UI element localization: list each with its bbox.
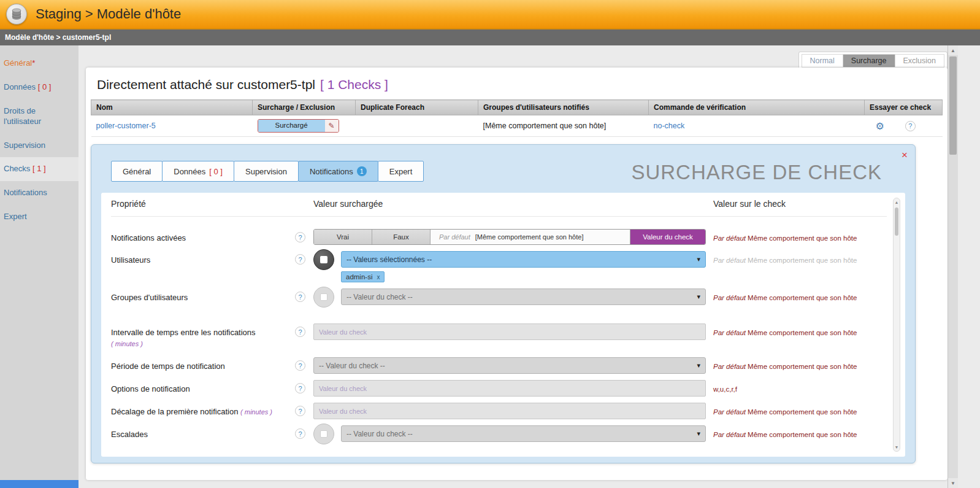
checks-count: [ 1 ] bbox=[33, 164, 46, 173]
mode-button-surcharge[interactable]: Surcharge bbox=[843, 54, 895, 68]
check-value: Par défautMême comportement que son hôte bbox=[706, 357, 887, 370]
help-icon[interactable]: ? bbox=[295, 327, 305, 337]
remove-tag-icon[interactable]: x bbox=[377, 274, 380, 281]
scroll-up-icon[interactable]: ▲ bbox=[948, 45, 958, 55]
override-toggle[interactable] bbox=[313, 249, 334, 270]
close-icon[interactable]: × bbox=[902, 150, 908, 160]
commande-link[interactable]: no-check bbox=[654, 122, 685, 130]
surcharge-state-label: Surchargé bbox=[258, 120, 325, 132]
sidebar-item-notifications[interactable]: Notifications bbox=[0, 181, 78, 205]
surcharge-state-button[interactable]: Surchargé ✎ bbox=[258, 119, 339, 133]
intervalle-input[interactable] bbox=[313, 323, 706, 340]
page-title: Staging > Modèle d'hôte bbox=[36, 6, 181, 22]
notifications-enabled-segmented: Vrai Faux Par défaut [Même comportement … bbox=[313, 229, 706, 245]
decalage-input[interactable] bbox=[313, 403, 706, 419]
check-value: Par défautMême comportement que son hôte bbox=[706, 289, 887, 301]
override-toggle[interactable] bbox=[313, 424, 334, 444]
utilisateurs-select[interactable]: -- Valeurs sélectionnées -- ▾ bbox=[341, 251, 706, 268]
mode-button-normal[interactable]: Normal bbox=[802, 54, 843, 68]
scroll-up-icon[interactable]: ▲ bbox=[895, 198, 899, 206]
help-icon[interactable]: ? bbox=[295, 360, 305, 371]
option-vrai[interactable]: Vrai bbox=[314, 230, 372, 244]
help-icon[interactable]: ? bbox=[295, 383, 305, 393]
col-header-commande: Commande de vérification bbox=[649, 100, 865, 115]
option-par-defaut[interactable]: Par défaut [Même comportement que son hô… bbox=[431, 230, 630, 244]
essayer-cell: ⚙ ? bbox=[870, 120, 938, 132]
col-valeur-surchargee: Valeur surchargée bbox=[313, 199, 706, 209]
check-value: Par défautMême comportement que son hôte bbox=[706, 323, 887, 336]
field-label: Utilisateurs bbox=[111, 251, 295, 266]
unit-hint: ( minutes ) bbox=[111, 340, 143, 347]
table-header-row: Nom Surcharge / Exclusion Duplicate Fore… bbox=[91, 100, 943, 115]
surcharge-overlay: × Général Données[ 0 ] Supervision bbox=[91, 144, 916, 463]
tab-donnees[interactable]: Données[ 0 ] bbox=[162, 161, 234, 182]
mode-button-exclusion[interactable]: Exclusion bbox=[895, 54, 945, 68]
col-header-groupes: Groupes d'utilisateurs notifiés bbox=[478, 100, 649, 115]
donnees-count: [ 0 ] bbox=[38, 82, 52, 91]
tab-general[interactable]: Général bbox=[111, 161, 163, 182]
help-icon[interactable]: ? bbox=[295, 232, 305, 242]
field-label: Groupes d'utilisateurs bbox=[111, 289, 295, 303]
scroll-down-icon[interactable]: ▼ bbox=[948, 478, 958, 488]
overlay-header: Général Données[ 0 ] Supervision Notific… bbox=[101, 161, 905, 184]
form-columns-header: Propriété Valeur surchargée Valeur sur l… bbox=[111, 199, 887, 217]
periode-select[interactable]: -- Valeur du check -- ▾ bbox=[313, 357, 706, 374]
groupes-cell: [Même comportement que son hôte] bbox=[478, 115, 649, 137]
table-row: poller-customer-5 Surchargé ✎ [Même comp… bbox=[91, 115, 943, 137]
check-value: w,u,c,r,f bbox=[706, 380, 887, 393]
field-label: Notifications activées bbox=[111, 229, 295, 244]
breadcrumb: Modèle d'hôte > customer5-tpl bbox=[0, 29, 980, 45]
sidebar: Général* Données [ 0 ] Droits de l'utili… bbox=[0, 45, 78, 488]
sidebar-item-expert[interactable]: Expert bbox=[0, 205, 78, 229]
tab-notifications[interactable]: Notifications1 bbox=[298, 161, 378, 182]
chevron-down-icon: ▾ bbox=[697, 255, 700, 263]
option-valeur-du-check[interactable]: Valeur du check bbox=[630, 230, 705, 244]
required-mark: * bbox=[32, 58, 35, 68]
page-scrollbar[interactable]: ▲ ▼ bbox=[947, 45, 958, 488]
field-label: Escalades bbox=[111, 425, 295, 440]
overlay-tabs: Général Données[ 0 ] Supervision Notific… bbox=[111, 161, 424, 182]
tab-supervision[interactable]: Supervision bbox=[234, 161, 299, 182]
options-input[interactable] bbox=[313, 380, 706, 397]
sidebar-item-donnees[interactable]: Données [ 0 ] bbox=[0, 76, 78, 99]
tab-expert[interactable]: Expert bbox=[378, 161, 424, 182]
checks-panel-title: Directement attaché sur customer5-tpl[ 1… bbox=[86, 68, 947, 99]
overlay-scrollbar[interactable]: ▲ ▼ bbox=[893, 198, 900, 452]
check-value: Par défautMême comportement que son hôte bbox=[706, 229, 887, 242]
help-icon[interactable]: ? bbox=[295, 406, 305, 416]
row-notifications-activees: Notifications activées ? Vrai Faux Par d… bbox=[111, 229, 887, 245]
sidebar-item-droits[interactable]: Droits de l'utilisateur bbox=[0, 99, 78, 134]
page-scrollbar-thumb[interactable] bbox=[949, 56, 957, 155]
overlay-scrollbar-thumb[interactable] bbox=[895, 207, 898, 236]
gear-icon[interactable]: ⚙ bbox=[876, 120, 884, 132]
row-groupes-utilisateurs: Groupes d'utilisateurs ? -- Valeur du ch… bbox=[111, 289, 887, 308]
edit-brush-icon[interactable]: ✎ bbox=[325, 120, 339, 132]
row-utilisateurs: Utilisateurs ? -- Valeurs sélectionnées … bbox=[111, 251, 887, 282]
selected-user-tag: admin-si x bbox=[341, 271, 385, 282]
escalades-select[interactable]: -- Valeur du check -- ▾ bbox=[341, 425, 706, 442]
main-layout: Général* Données [ 0 ] Droits de l'utili… bbox=[0, 45, 980, 488]
footer-strip bbox=[0, 480, 78, 488]
sidebar-item-general[interactable]: Général* bbox=[0, 52, 78, 76]
sidebar-item-supervision[interactable]: Supervision bbox=[0, 134, 78, 158]
sidebar-item-checks[interactable]: Checks [ 1 ] bbox=[0, 157, 78, 181]
row-options-notification: Options de notification ? w,u,c,r,f bbox=[111, 380, 887, 397]
check-name-link[interactable]: poller-customer-5 bbox=[96, 122, 156, 130]
app-header: Staging > Modèle d'hôte bbox=[0, 0, 980, 29]
override-toggle[interactable] bbox=[313, 287, 334, 308]
field-label: Options de notification bbox=[111, 380, 295, 395]
help-icon[interactable]: ? bbox=[295, 254, 305, 265]
checks-count-badge: [ 1 Checks ] bbox=[320, 77, 388, 91]
row-decalage: Décalage de la première notification ( m… bbox=[111, 403, 887, 419]
scroll-down-icon[interactable]: ▼ bbox=[895, 443, 899, 451]
help-icon[interactable]: ? bbox=[295, 292, 305, 302]
checks-table: Nom Surcharge / Exclusion Duplicate Fore… bbox=[91, 99, 943, 137]
overlay-title: SURCHARGE DE CHECK bbox=[631, 161, 882, 184]
help-icon[interactable]: ? bbox=[295, 428, 305, 439]
option-faux[interactable]: Faux bbox=[372, 230, 431, 244]
try-help-icon[interactable]: ? bbox=[905, 121, 916, 131]
field-label: Décalage de la première notification ( m… bbox=[111, 403, 295, 417]
notifications-badge: 1 bbox=[357, 166, 367, 176]
groupes-select[interactable]: -- Valeur du check -- ▾ bbox=[341, 289, 706, 305]
check-value: Par défautMême comportement que son hôte bbox=[706, 403, 887, 416]
